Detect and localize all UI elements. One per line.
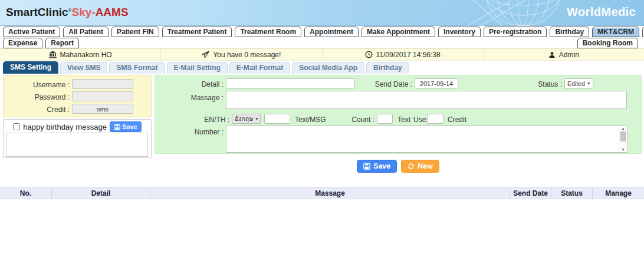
lang-selected-value: อังกฤษ	[235, 114, 253, 124]
col-header-detail[interactable]: Detail	[52, 187, 150, 199]
menu-row-1: Active Patient All Patient Patient FIN T…	[3, 27, 641, 37]
current-datetime: 11/09/2017 14:56:38	[376, 51, 441, 59]
clinic-building-icon	[49, 51, 57, 58]
form-new-label: New	[418, 162, 433, 170]
col-header-status[interactable]: Status	[551, 187, 593, 199]
sms-login-panel: Username : Password : Credit :	[3, 75, 152, 117]
subtab-email-setting[interactable]: E-Mail Setting	[167, 62, 228, 74]
menu-tab-treatment-room[interactable]: Treatment Room	[235, 27, 301, 37]
status-select[interactable]: Edited ▼	[564, 78, 593, 88]
number-textarea-wrap: ▲ ▼	[226, 126, 628, 153]
status-label: Status :	[516, 80, 562, 88]
birthday-message-panel: happy birthday message Save	[3, 119, 152, 158]
col-header-manage[interactable]: Manage	[593, 187, 644, 199]
menu-tab-birthday[interactable]: Birthday	[550, 27, 589, 37]
logo-aams: AAMS	[96, 6, 129, 18]
subtab-email-format[interactable]: E-Mail Format	[229, 62, 290, 74]
main-menubar: Active Patient All Patient Patient FIN T…	[0, 26, 644, 48]
form-actions: Save New	[155, 160, 642, 173]
number-label: Number :	[167, 128, 224, 136]
subtab-sms-setting[interactable]: SMS Setting	[3, 61, 58, 74]
subtab-birthday[interactable]: Birthday	[366, 62, 409, 74]
datetime-status-cell: 11/09/2017 14:56:38	[323, 49, 484, 60]
clinic-status-cell: Mahanakorn HO	[0, 49, 161, 60]
scroll-up-icon[interactable]: ▲	[619, 127, 627, 130]
birthday-message-textbox[interactable]	[6, 133, 148, 157]
message-count-text: You have 0 message!	[213, 51, 281, 59]
credit-field[interactable]	[72, 104, 133, 114]
app-logo: SmartClinic®Sky-AAMS	[6, 6, 129, 19]
subtab-social-media-app[interactable]: Social Media App	[292, 62, 364, 74]
menu-row-2: Expense Report Booking Room	[3, 38, 641, 48]
text-per-msg-input[interactable]	[264, 114, 290, 124]
save-floppy-icon	[114, 124, 120, 130]
menu-tab-patient-fin[interactable]: Patient FIN	[111, 27, 159, 37]
sms-table-header: No. Detail Massage Send Date Status Mana…	[0, 187, 644, 199]
massage-textarea[interactable]	[226, 91, 627, 109]
logged-in-user: Admin	[559, 51, 579, 59]
username-field[interactable]	[72, 79, 133, 89]
menu-tab-all-patient[interactable]: All Patient	[63, 27, 109, 37]
use-unit-label: Credit	[448, 116, 466, 124]
use-input[interactable]	[427, 114, 443, 124]
menu-tab-make-appointment[interactable]: Make Appointment	[362, 27, 435, 37]
menu-tab-expense[interactable]: Expense	[3, 38, 42, 48]
scroll-down-icon[interactable]: ▼	[619, 148, 627, 151]
subtab-sms-format[interactable]: SMS Format	[109, 62, 165, 74]
col-header-send-date[interactable]: Send Date	[510, 187, 551, 199]
col-header-no[interactable]: No.	[0, 187, 52, 199]
send-date-label: Send Date :	[369, 80, 412, 88]
app-header: SmartClinic®Sky-AAMS WorldMedic	[0, 0, 644, 26]
menu-tab-appointment[interactable]: Appointment	[304, 27, 359, 37]
number-scrollbar[interactable]: ▲ ▼	[619, 127, 627, 151]
birthday-message-header: happy birthday message Save	[4, 121, 151, 132]
status-selected-value: Edited	[567, 80, 585, 87]
logo-smartclinic: SmartClinic	[6, 6, 68, 18]
form-new-button[interactable]: New	[401, 160, 439, 173]
clock-icon	[365, 51, 373, 58]
refresh-icon	[408, 163, 415, 170]
massage-label: Massage :	[167, 94, 224, 102]
message-status-cell: You have 0 message!	[161, 49, 322, 60]
menu-tab-mkt-crm[interactable]: MKT&CRM	[592, 27, 639, 37]
dropdown-arrow-icon: ▼	[255, 117, 259, 121]
col-header-massage[interactable]: Massage	[150, 187, 510, 199]
status-bar: Mahanakorn HO You have 0 message! 11/09/…	[0, 48, 644, 61]
scrollbar-thumb[interactable]	[620, 131, 626, 141]
sms-form-panel: Detail : Send Date : Status : Edited ▼ M…	[155, 75, 642, 154]
user-icon	[548, 51, 556, 58]
send-date-input[interactable]	[415, 78, 458, 88]
detail-label: Detail :	[167, 80, 224, 88]
password-field[interactable]	[72, 91, 133, 101]
menu-tab-report[interactable]: Report	[45, 38, 79, 48]
menu-tab-inventory[interactable]: Inventory	[438, 27, 481, 37]
menu-tab-active-patient[interactable]: Active Patient	[3, 27, 60, 37]
logo-sky: Sky-	[72, 6, 96, 18]
sms-subtabs: SMS Setting View SMS SMS Format E-Mail S…	[3, 61, 411, 74]
happy-birthday-checkbox[interactable]	[13, 123, 20, 130]
detail-input[interactable]	[226, 78, 354, 88]
save-floppy-icon	[363, 163, 370, 170]
credit-label: Credit :	[4, 106, 70, 114]
count-input[interactable]	[377, 114, 393, 124]
menu-tab-treatment-patient[interactable]: Treatment Patient	[162, 27, 232, 37]
subtab-view-sms[interactable]: View SMS	[60, 62, 107, 74]
menu-tab-pre-registration[interactable]: Pre-registration	[484, 27, 547, 37]
password-label: Password :	[4, 93, 70, 101]
text-msg-label: Text/MSG	[295, 116, 326, 124]
user-status-cell: Admin	[484, 49, 644, 60]
number-textarea[interactable]	[226, 126, 628, 153]
worldmedic-brand: WorldMedic	[567, 5, 636, 19]
birthday-save-label: Save	[122, 123, 137, 130]
form-save-button[interactable]: Save	[357, 160, 397, 173]
app-window: SmartClinic®Sky-AAMS WorldMedic Active P…	[0, 0, 644, 257]
birthday-save-button[interactable]: Save	[110, 121, 142, 132]
lang-select[interactable]: อังกฤษ ▼	[232, 114, 261, 124]
username-label: Username :	[4, 81, 70, 89]
menu-tab-booking-room[interactable]: Booking Room	[577, 38, 638, 48]
send-message-icon	[202, 51, 209, 58]
dropdown-arrow-icon: ▼	[587, 81, 591, 85]
count-unit-label: Text	[397, 116, 410, 124]
happy-birthday-label: happy birthday message	[23, 123, 107, 131]
clinic-name: Mahanakorn HO	[60, 51, 112, 59]
